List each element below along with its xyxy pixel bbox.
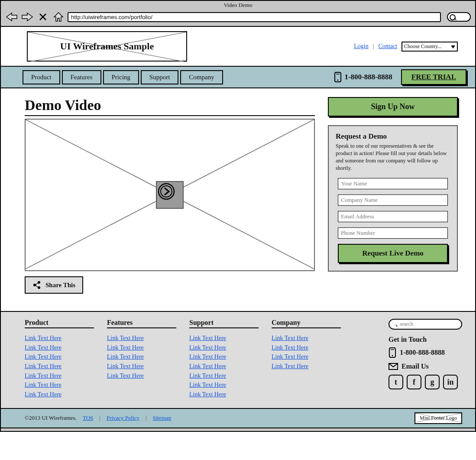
nav-features[interactable]: Features xyxy=(62,70,101,84)
home-button[interactable] xyxy=(52,11,65,23)
mini-footer-logo[interactable]: Mini Footer Logo xyxy=(414,412,462,424)
twitter-icon[interactable]: t xyxy=(389,375,403,389)
footer-link[interactable]: Link Text Here xyxy=(107,362,176,371)
browser-search[interactable] xyxy=(447,12,471,22)
nav-support[interactable]: Support xyxy=(141,70,179,84)
share-button[interactable]: Share This xyxy=(25,276,83,294)
share-icon xyxy=(32,281,41,289)
footer-col-title: Product xyxy=(25,319,94,327)
phone-number: 1-800-888-8888 xyxy=(344,73,392,81)
video-player[interactable] xyxy=(25,119,315,271)
phone-icon xyxy=(334,71,342,83)
footer-link[interactable]: Link Text Here xyxy=(25,371,94,381)
svg-point-5 xyxy=(33,284,36,286)
demo-form: Request a Demo Speak to one of our repre… xyxy=(328,125,458,272)
footer-link[interactable]: Link Text Here xyxy=(25,362,94,371)
sitemap-link[interactable]: Sitemap xyxy=(153,415,172,421)
footer-link[interactable]: Link Text Here xyxy=(189,334,259,343)
footer-link[interactable]: Link Text Here xyxy=(25,380,94,390)
nav-pricing[interactable]: Pricing xyxy=(103,70,139,84)
mini-logo-text: Mini Footer Logo xyxy=(420,415,457,421)
footer-link[interactable]: Link Text Here xyxy=(25,334,94,343)
footer-link[interactable]: Link Text Here xyxy=(272,362,341,371)
footer-link[interactable]: Link Text Here xyxy=(189,362,259,371)
signup-button[interactable]: Sign Up Now xyxy=(328,97,458,117)
nav-company[interactable]: Company xyxy=(180,70,223,84)
demo-form-title: Request a Demo xyxy=(336,132,450,141)
email-input[interactable] xyxy=(338,211,447,222)
name-input[interactable] xyxy=(338,178,447,189)
google-icon[interactable]: g xyxy=(425,375,440,389)
footer-link[interactable]: Link Text Here xyxy=(272,334,341,343)
page-heading: Demo Video xyxy=(25,97,315,113)
facebook-icon[interactable]: f xyxy=(407,375,421,389)
footer-col-title: Support xyxy=(189,319,259,327)
free-trial-button[interactable]: FREE TRIAL xyxy=(401,69,466,85)
window-title: Video Demo xyxy=(1,1,475,9)
footer-search[interactable] xyxy=(389,319,462,330)
forward-button[interactable] xyxy=(21,11,34,23)
svg-point-2 xyxy=(337,80,339,81)
contact-link[interactable]: Contact xyxy=(378,43,397,50)
footer-link[interactable]: Link Text Here xyxy=(189,352,259,362)
svg-point-10 xyxy=(392,355,393,356)
login-link[interactable]: Login xyxy=(354,43,368,50)
privacy-link[interactable]: Privacy Policy xyxy=(107,415,139,421)
get-in-touch-title: Get in Touch xyxy=(389,336,462,343)
footer-link[interactable]: Link Text Here xyxy=(107,371,176,381)
footer-link[interactable]: Link Text Here xyxy=(272,343,341,353)
footer-link[interactable]: Link Text Here xyxy=(189,343,259,353)
play-button-icon[interactable] xyxy=(156,181,184,209)
svg-point-4 xyxy=(161,186,172,197)
nav-product[interactable]: Product xyxy=(23,70,60,84)
copyright: ©2013 UI Wireframes. xyxy=(25,415,77,421)
header-phone: 1-800-888-8888 xyxy=(334,71,392,83)
tos-link[interactable]: TOS xyxy=(83,415,93,421)
footer-link[interactable]: Link Text Here xyxy=(25,343,94,353)
footer-link[interactable]: Link Text Here xyxy=(107,343,176,353)
share-label: Share This xyxy=(45,282,75,289)
footer-col-title: Company xyxy=(272,319,341,327)
footer-email[interactable]: Email Us xyxy=(389,363,462,370)
footer-link[interactable]: Link Text Here xyxy=(272,352,341,362)
phone-icon xyxy=(389,347,396,358)
footer-link[interactable]: Link Text Here xyxy=(25,352,94,362)
footer-col-title: Features xyxy=(107,319,176,327)
country-select[interactable]: Choose Country... xyxy=(402,42,458,52)
linkedin-icon[interactable]: in xyxy=(443,375,458,389)
company-input[interactable] xyxy=(338,194,447,206)
stop-button[interactable] xyxy=(36,11,49,23)
footer-link[interactable]: Link Text Here xyxy=(107,352,176,362)
demo-form-blurb: Speak to one of our representatives & se… xyxy=(336,143,450,172)
mail-icon xyxy=(389,363,398,370)
site-logo[interactable]: UI Wireframes Sample xyxy=(27,31,187,62)
divider: | xyxy=(373,43,374,50)
request-demo-button[interactable]: Request Live Demo xyxy=(338,244,447,263)
back-button[interactable] xyxy=(5,11,18,23)
footer-link[interactable]: Link Text Here xyxy=(189,371,259,381)
footer-link[interactable]: Link Text Here xyxy=(189,390,259,399)
svg-point-7 xyxy=(38,286,40,289)
footer-link[interactable]: Link Text Here xyxy=(107,334,176,343)
logo-text: UI Wireframes Sample xyxy=(60,41,154,52)
footer-link[interactable]: Link Text Here xyxy=(25,390,94,399)
svg-point-6 xyxy=(38,281,40,284)
footer-phone: 1-800-888-8888 xyxy=(389,347,462,358)
phone-input[interactable] xyxy=(338,227,447,239)
footer-link[interactable]: Link Text Here xyxy=(189,380,259,390)
url-bar[interactable]: http://uiwireframes.com/portfolio/ xyxy=(68,12,441,22)
